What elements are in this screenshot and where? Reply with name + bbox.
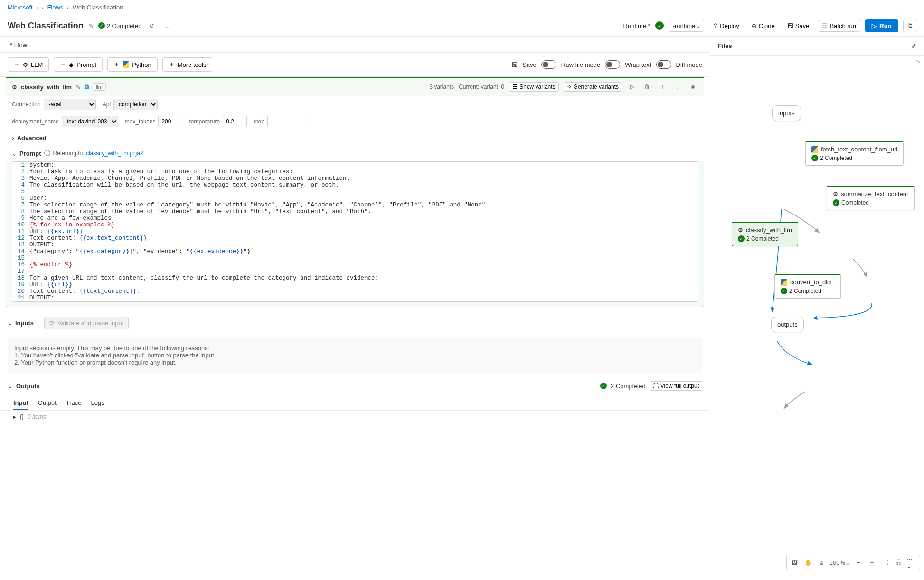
deployment-select[interactable]: text-davinci-003 <box>62 116 118 127</box>
output-items-text: 0 items <box>28 413 46 420</box>
chevron-right-icon: › <box>67 5 68 10</box>
node-type-badge: llm <box>93 83 106 91</box>
referring-file-link[interactable]: classify_with_llm.jinja2 <box>86 150 143 157</box>
outputs-label[interactable]: Outputs <box>16 383 40 390</box>
zoom-in-icon[interactable]: ＋ <box>867 557 877 568</box>
layout-icon[interactable]: 品 <box>893 557 904 568</box>
chevron-down-icon <box>8 383 12 390</box>
add-prompt-button[interactable]: ＋ ◆ Prompt <box>54 57 103 72</box>
llm-icon <box>12 84 17 91</box>
python-icon <box>811 146 818 153</box>
braces-icon: {} <box>20 413 24 420</box>
breadcrumb-root[interactable]: Microsoft <box>8 4 33 11</box>
max-tokens-label: max_tokens <box>125 118 156 125</box>
move-up-icon[interactable]: ↑ <box>657 82 668 92</box>
graph-node-inputs[interactable]: inputs <box>772 105 801 121</box>
save-editor-label: Save <box>522 61 537 68</box>
clone-button[interactable]: ⊕Clone <box>748 20 779 31</box>
monitor-icon[interactable]: 🖥 <box>816 557 827 568</box>
breadcrumb-flows[interactable]: Flows <box>47 4 63 11</box>
graph-toolbar: 🖼 ✋ 🖥 100% ⌄ − ＋ ⛶ 品 ⋯ ⌄ <box>786 555 920 570</box>
prompt-editor[interactable]: 1system:2Your task is to classify a give… <box>12 161 698 302</box>
inputs-empty-message: Input section is empty. This may be due … <box>8 338 702 373</box>
delete-node-icon[interactable]: 🗑 <box>642 82 652 92</box>
graph-node-outputs[interactable]: outputs <box>771 317 804 332</box>
run-button[interactable]: ▷Run <box>865 19 898 32</box>
output-tab-input[interactable]: Input <box>13 396 28 410</box>
play-node-icon[interactable]: ▷ <box>627 82 637 92</box>
diff-mode-label: Diff mode <box>676 61 702 68</box>
max-tokens-input[interactable] <box>158 116 182 127</box>
clone-icon: ⊕ <box>752 22 757 29</box>
history-icon[interactable]: ↺ <box>146 20 157 31</box>
add-llm-button[interactable]: ＋ LLM <box>8 57 49 72</box>
stop-input[interactable] <box>267 116 311 127</box>
inputs-toggle[interactable]: Inputs ⟳ Validate and parse input <box>0 313 710 333</box>
output-tab-trace[interactable]: Trace <box>66 396 82 410</box>
more-tools-button[interactable]: ＋ More tools <box>162 57 213 72</box>
chevron-right-icon: › <box>37 5 38 10</box>
expand-icon: ⛶ <box>653 383 659 389</box>
save-editor-icon[interactable]: 🖫 <box>511 61 518 68</box>
sparkle-icon: ✧ <box>567 84 572 90</box>
hand-icon[interactable]: ✋ <box>803 557 813 568</box>
move-down-icon[interactable]: ↓ <box>672 82 683 92</box>
add-python-button[interactable]: ＋ Python <box>107 57 157 72</box>
temperature-input[interactable] <box>223 116 247 127</box>
edit-node-icon[interactable]: ✎ <box>75 84 81 91</box>
target-icon[interactable]: ◈ <box>688 82 698 92</box>
output-tab-output[interactable]: Output <box>38 396 57 410</box>
screenshot-icon[interactable]: 🖼 <box>790 557 800 568</box>
advanced-toggle[interactable]: Advanced <box>6 130 704 145</box>
graph-node-summarize[interactable]: summarize_text_content ✓Completed <box>827 186 915 210</box>
title-bar: Web Classification ✎ ✓ 2 Completed ↺ ≡ R… <box>0 15 924 37</box>
output-tab-logs[interactable]: Logs <box>91 396 104 410</box>
graph-node-classify[interactable]: classify_with_llm ✓2 Completed <box>732 222 798 246</box>
batch-icon: ☰ <box>822 22 828 29</box>
panel-toggle-icon[interactable]: ⧉ <box>903 19 916 32</box>
status-badge: ✓ 2 Completed <box>98 22 142 29</box>
stop-label: stop <box>254 118 264 125</box>
info-icon: ⓘ <box>44 149 50 158</box>
edit-title-icon[interactable]: ✎ <box>88 22 94 29</box>
referring-label: Referring to: classify_with_llm.jinja2 <box>53 150 143 157</box>
check-icon: ✓ <box>811 155 818 161</box>
copy-icon[interactable]: ⧉ <box>85 83 89 91</box>
zoom-out-icon[interactable]: − <box>853 557 864 568</box>
runtime-status-icon: ✓ <box>655 21 664 30</box>
more-graph-icon[interactable]: ⋯ ⌄ <box>906 557 917 568</box>
deploy-icon: ⇪ <box>713 22 718 29</box>
check-icon: ✓ <box>98 22 105 29</box>
collapse-panel-icon[interactable]: ⤡ <box>916 58 920 65</box>
generate-variants-button[interactable]: ✧Generate variants <box>564 82 622 92</box>
zoom-dropdown[interactable]: 100% ⌄ <box>830 557 850 568</box>
batch-run-button[interactable]: ☰Batch run <box>818 20 860 32</box>
prompt-toggle[interactable]: Prompt ⓘ Referring to: classify_with_llm… <box>6 145 704 161</box>
flow-graph[interactable]: ⤡ inputs fetch_text_content_from_url ✓2 … <box>710 56 924 574</box>
runtime-select[interactable]: -runtime <box>669 20 705 32</box>
diff-mode-toggle[interactable] <box>656 60 671 69</box>
show-variants-button[interactable]: ☰Show variants <box>509 82 558 92</box>
outputs-status: 2 Completed <box>611 383 646 390</box>
raw-file-mode-toggle[interactable] <box>541 60 556 69</box>
deploy-button[interactable]: ⇪Deploy <box>709 20 743 31</box>
expand-panel-icon[interactable]: ⤢ <box>911 42 916 49</box>
save-button[interactable]: 🖫Save <box>783 20 813 31</box>
variants-count: 3 variants <box>429 84 454 90</box>
view-full-output-button[interactable]: ⛶View full output <box>650 381 702 391</box>
graph-node-convert[interactable]: convert_to_dict ✓2 Completed <box>774 274 841 299</box>
temperature-label: temperature <box>189 118 220 125</box>
save-icon: 🖫 <box>787 22 793 29</box>
api-select[interactable]: completion <box>113 99 158 110</box>
check-icon: ✓ <box>600 383 607 389</box>
fit-icon[interactable]: ⛶ <box>880 557 890 568</box>
expand-json-icon[interactable]: ▸ <box>13 413 16 420</box>
wrap-text-toggle[interactable] <box>605 60 620 69</box>
chevron-right-icon <box>12 134 14 141</box>
play-icon: ▷ <box>872 22 877 29</box>
connection-select[interactable]: -aoai <box>44 99 96 110</box>
list-icon[interactable]: ≡ <box>161 20 172 31</box>
tab-flow[interactable]: * Flow <box>0 37 37 52</box>
sliders-icon: ☰ <box>512 84 518 90</box>
graph-node-fetch[interactable]: fetch_text_content_from_url ✓2 Completed <box>805 141 904 166</box>
